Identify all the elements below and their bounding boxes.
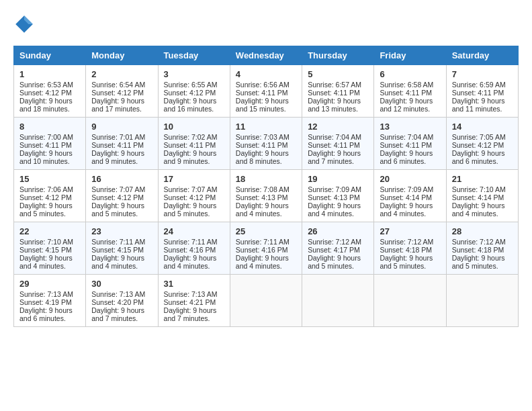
sunset-label: Sunset: 4:11 PM [452, 89, 504, 97]
day-number: 1 [19, 69, 80, 79]
calendar-cell [446, 275, 518, 327]
calendar-cell: 7 Sunrise: 6:59 AM Sunset: 4:11 PM Dayli… [446, 65, 518, 118]
sunset-label: Sunset: 4:12 PM [19, 89, 72, 97]
daylight-label: Daylight: 9 hours and 5 minutes. [91, 201, 144, 218]
sunset-label: Sunset: 4:14 PM [452, 193, 504, 201]
calendar-cell: 3 Sunrise: 6:55 AM Sunset: 4:12 PM Dayli… [158, 65, 230, 118]
day-number: 26 [308, 226, 368, 236]
day-number: 9 [91, 122, 152, 132]
calendar-cell: 11 Sunrise: 7:03 AM Sunset: 4:11 PM Dayl… [230, 118, 302, 170]
sunset-label: Sunset: 4:15 PM [91, 246, 144, 254]
sunrise-label: Sunrise: 6:56 AM [236, 81, 290, 89]
calendar-cell: 13 Sunrise: 7:04 AM Sunset: 4:11 PM Dayl… [374, 118, 446, 170]
calendar-cell: 21 Sunrise: 7:10 AM Sunset: 4:14 PM Dayl… [446, 170, 518, 222]
day-number: 21 [452, 174, 513, 184]
calendar-cell: 5 Sunrise: 6:57 AM Sunset: 4:11 PM Dayli… [302, 65, 374, 118]
daylight-label: Daylight: 9 hours and 4 minutes. [452, 201, 505, 218]
sunrise-label: Sunrise: 7:00 AM [19, 133, 73, 141]
sunset-label: Sunset: 4:20 PM [91, 298, 144, 306]
day-number: 19 [308, 174, 368, 184]
daylight-label: Daylight: 9 hours and 5 minutes. [308, 254, 361, 270]
sunrise-label: Sunrise: 7:04 AM [308, 133, 361, 141]
calendar-cell: 27 Sunrise: 7:12 AM Sunset: 4:18 PM Dayl… [374, 222, 446, 275]
sunset-label: Sunset: 4:16 PM [236, 246, 288, 254]
day-number: 18 [236, 174, 296, 184]
calendar-cell: 8 Sunrise: 7:00 AM Sunset: 4:11 PM Dayli… [14, 118, 86, 170]
sunrise-label: Sunrise: 7:11 AM [164, 238, 218, 246]
day-number: 24 [164, 226, 224, 236]
day-number: 11 [236, 122, 296, 132]
sunset-label: Sunset: 4:11 PM [236, 89, 288, 97]
calendar-cell: 25 Sunrise: 7:11 AM Sunset: 4:16 PM Dayl… [230, 222, 302, 275]
daylight-label: Daylight: 9 hours and 10 minutes. [19, 149, 73, 165]
calendar-cell: 23 Sunrise: 7:11 AM Sunset: 4:15 PM Dayl… [86, 222, 158, 275]
day-number: 16 [91, 174, 152, 184]
day-number: 6 [380, 69, 440, 79]
sunrise-label: Sunrise: 7:07 AM [91, 185, 145, 193]
logo [13, 13, 38, 35]
sunrise-label: Sunrise: 7:11 AM [236, 238, 290, 246]
column-header-monday: Monday [86, 46, 158, 65]
sunset-label: Sunset: 4:19 PM [19, 298, 72, 306]
daylight-label: Daylight: 9 hours and 11 minutes. [452, 97, 505, 113]
calendar-cell: 20 Sunrise: 7:09 AM Sunset: 4:14 PM Dayl… [374, 170, 446, 222]
daylight-label: Daylight: 9 hours and 4 minutes. [380, 201, 433, 218]
sunrise-label: Sunrise: 7:13 AM [164, 290, 218, 298]
sunset-label: Sunset: 4:15 PM [19, 246, 72, 254]
day-number: 20 [380, 174, 440, 184]
sunset-label: Sunset: 4:18 PM [452, 246, 504, 254]
daylight-label: Daylight: 9 hours and 7 minutes. [308, 149, 361, 165]
calendar-cell: 26 Sunrise: 7:12 AM Sunset: 4:17 PM Dayl… [302, 222, 374, 275]
day-number: 7 [452, 69, 513, 79]
day-number: 29 [19, 279, 80, 289]
sunrise-label: Sunrise: 7:10 AM [452, 185, 506, 193]
sunset-label: Sunset: 4:12 PM [19, 193, 72, 201]
daylight-label: Daylight: 9 hours and 6 minutes. [452, 149, 505, 165]
daylight-label: Daylight: 9 hours and 13 minutes. [308, 97, 361, 113]
daylight-label: Daylight: 9 hours and 15 minutes. [236, 97, 289, 113]
calendar-cell: 12 Sunrise: 7:04 AM Sunset: 4:11 PM Dayl… [302, 118, 374, 170]
column-header-sunday: Sunday [14, 46, 86, 65]
sunrise-label: Sunrise: 7:06 AM [19, 185, 73, 193]
day-number: 23 [91, 226, 152, 236]
day-number: 31 [164, 279, 224, 289]
column-header-friday: Friday [374, 46, 446, 65]
day-number: 14 [452, 122, 513, 132]
day-number: 17 [164, 174, 224, 184]
daylight-label: Daylight: 9 hours and 5 minutes. [164, 201, 217, 218]
calendar-week-row: 8 Sunrise: 7:00 AM Sunset: 4:11 PM Dayli… [14, 118, 519, 170]
calendar-cell: 19 Sunrise: 7:09 AM Sunset: 4:13 PM Dayl… [302, 170, 374, 222]
sunset-label: Sunset: 4:11 PM [380, 141, 432, 149]
sunrise-label: Sunrise: 7:10 AM [19, 238, 73, 246]
day-number: 30 [91, 279, 152, 289]
day-number: 10 [164, 122, 224, 132]
sunrise-label: Sunrise: 7:08 AM [236, 185, 290, 193]
sunrise-label: Sunrise: 6:59 AM [452, 81, 506, 89]
sunrise-label: Sunrise: 7:01 AM [91, 133, 145, 141]
sunset-label: Sunset: 4:11 PM [19, 141, 72, 149]
page-header [13, 13, 519, 35]
daylight-label: Daylight: 9 hours and 4 minutes. [236, 201, 289, 218]
daylight-label: Daylight: 9 hours and 4 minutes. [236, 254, 289, 270]
calendar-cell: 4 Sunrise: 6:56 AM Sunset: 4:11 PM Dayli… [230, 65, 302, 118]
calendar-cell: 9 Sunrise: 7:01 AM Sunset: 4:11 PM Dayli… [86, 118, 158, 170]
calendar-cell: 31 Sunrise: 7:13 AM Sunset: 4:21 PM Dayl… [158, 275, 230, 327]
day-number: 28 [452, 226, 513, 236]
calendar-cell [230, 275, 302, 327]
sunset-label: Sunset: 4:12 PM [164, 193, 216, 201]
sunrise-label: Sunrise: 7:13 AM [91, 290, 145, 298]
daylight-label: Daylight: 9 hours and 9 minutes. [91, 149, 144, 165]
calendar-cell [302, 275, 374, 327]
sunset-label: Sunset: 4:11 PM [236, 141, 288, 149]
calendar-cell: 15 Sunrise: 7:06 AM Sunset: 4:12 PM Dayl… [14, 170, 86, 222]
sunrise-label: Sunrise: 6:58 AM [380, 81, 433, 89]
sunset-label: Sunset: 4:16 PM [164, 246, 216, 254]
sunrise-label: Sunrise: 6:55 AM [164, 81, 218, 89]
sunset-label: Sunset: 4:11 PM [308, 89, 360, 97]
daylight-label: Daylight: 9 hours and 8 minutes. [236, 149, 289, 165]
sunset-label: Sunset: 4:13 PM [236, 193, 288, 201]
daylight-label: Daylight: 9 hours and 7 minutes. [91, 306, 144, 322]
sunrise-label: Sunrise: 7:02 AM [164, 133, 218, 141]
daylight-label: Daylight: 9 hours and 18 minutes. [19, 97, 73, 113]
sunset-label: Sunset: 4:11 PM [380, 89, 432, 97]
